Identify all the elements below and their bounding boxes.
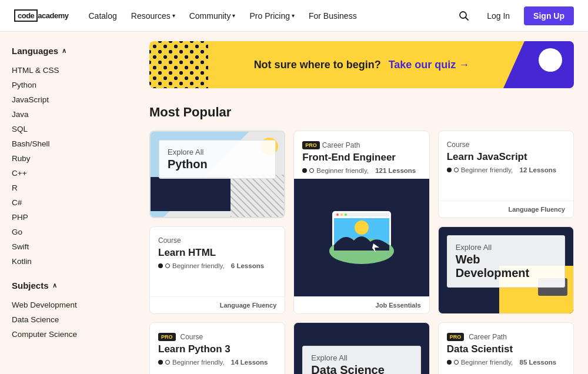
card-footer: Language Fluency xyxy=(150,296,285,313)
nav-community[interactable]: Community ▾ xyxy=(183,8,242,24)
search-button[interactable] xyxy=(455,7,473,25)
badge-type: Course xyxy=(158,236,181,245)
card-meta: Beginner friendly, 12 Lessons xyxy=(447,166,565,173)
banner-decoration xyxy=(149,41,208,88)
sidebar-item-cs[interactable]: Computer Science xyxy=(12,327,123,342)
svg-point-5 xyxy=(340,213,343,216)
card-meta: Beginner friendly, 85 Lessons xyxy=(447,359,565,366)
explore-title: Web Development xyxy=(456,253,556,280)
card-badge: Course xyxy=(158,236,181,245)
banner[interactable]: Not sure where to begin? Take our quiz → xyxy=(149,41,574,88)
explore-title: Python xyxy=(168,158,267,171)
sidebar-item-bash[interactable]: Bash/Shell xyxy=(12,136,123,151)
sidebar-item-r[interactable]: R xyxy=(12,181,123,195)
badge-type: Career Path xyxy=(322,141,360,149)
dot-icon xyxy=(302,168,307,173)
sidebar-item-php[interactable]: PHP xyxy=(12,210,123,225)
svg-line-1 xyxy=(466,17,469,20)
badge-type: Course xyxy=(181,333,203,341)
sidebar-item-python[interactable]: Python xyxy=(12,78,123,92)
chevron-icon: ▾ xyxy=(292,12,295,19)
chevron-icon: ▾ xyxy=(232,12,235,19)
banner-quiz-link[interactable]: Take our quiz → xyxy=(389,59,470,71)
login-button[interactable]: Log In xyxy=(480,8,517,24)
card-illustration xyxy=(294,179,429,296)
sidebar-item-go[interactable]: Go xyxy=(12,225,123,239)
card-title: Data Scientist xyxy=(447,343,565,355)
sidebar-item-csharp[interactable]: C# xyxy=(12,195,123,210)
pro-badge: PRO xyxy=(302,141,320,149)
search-icon xyxy=(459,11,469,21)
sidebar-item-html-css[interactable]: HTML & CSS xyxy=(12,63,123,78)
pro-badge: PRO xyxy=(447,333,465,341)
dot-icon xyxy=(158,360,163,365)
card-title: Learn JavaScript xyxy=(447,151,565,163)
moon-decoration xyxy=(539,48,562,72)
collapse-icon: ∧ xyxy=(62,47,66,55)
explore-label: Explore All xyxy=(168,148,267,156)
card-footer: Job Essentials xyxy=(294,296,429,313)
card-title: Learn Python 3 xyxy=(158,343,276,355)
sidebar-item-javascript[interactable]: JavaScript xyxy=(12,92,123,107)
sidebar-item-kotlin[interactable]: Kotlin xyxy=(12,254,123,269)
card-footer: Language Fluency xyxy=(439,201,573,218)
navbar: codeacademy Catalog Resources ▾ Communit… xyxy=(0,0,588,32)
logo-box: code xyxy=(14,9,38,22)
dot-empty-icon xyxy=(309,168,314,173)
card-meta: Beginner friendly, 6 Lessons xyxy=(158,262,276,269)
dot-icon xyxy=(158,263,163,268)
signup-button[interactable]: Sign Up xyxy=(524,6,574,25)
dot-icon xyxy=(447,168,452,172)
dot-empty-icon xyxy=(165,360,170,365)
nav-for-business[interactable]: For Business xyxy=(303,8,363,24)
svg-point-6 xyxy=(345,213,347,216)
nav-catalog[interactable]: Catalog xyxy=(83,8,123,24)
sidebar-item-ruby[interactable]: Ruby xyxy=(12,151,123,166)
card-badge: PRO Career Path xyxy=(447,333,507,341)
sidebar-item-cpp[interactable]: C++ xyxy=(12,166,123,181)
sidebar-item-swift[interactable]: Swift xyxy=(12,239,123,254)
nav-pro-pricing[interactable]: Pro Pricing ▾ xyxy=(243,8,300,24)
card-learn-javascript[interactable]: Course Learn JavaScript Beginner friendl… xyxy=(438,131,574,218)
card-badge: Course xyxy=(447,141,470,149)
svg-point-9 xyxy=(355,221,369,235)
explore-label: Explore All xyxy=(456,243,556,252)
card-explore-datascience[interactable]: Explore All Data Science xyxy=(293,322,429,374)
sidebar-item-datascience[interactable]: Data Science xyxy=(12,312,123,327)
nav-resources[interactable]: Resources ▾ xyxy=(125,8,181,24)
card-learn-python3[interactable]: PRO Course Learn Python 3 Beginner frien… xyxy=(149,322,285,374)
cards-grid: Explore All Python PRO Career Path Front… xyxy=(149,131,574,374)
chevron-icon: ▾ xyxy=(172,12,175,19)
sidebar: Languages ∧ HTML & CSS Python JavaScript… xyxy=(0,32,135,374)
section-title: Most Popular xyxy=(149,105,574,120)
dot-icon xyxy=(447,360,452,365)
logo[interactable]: codeacademy xyxy=(14,9,69,22)
pro-badge: PRO xyxy=(158,333,176,341)
card-explore-python[interactable]: Explore All Python xyxy=(149,131,285,218)
card-badge: PRO Career Path xyxy=(302,141,360,149)
card-title: Learn HTML xyxy=(158,247,276,259)
badge-type: Career Path xyxy=(469,333,507,341)
card-title: Front-End Engineer xyxy=(302,152,420,163)
main-content: Not sure where to begin? Take our quiz →… xyxy=(135,32,588,374)
nav-links: Catalog Resources ▾ Community ▾ Pro Pric… xyxy=(83,8,456,24)
explore-title: Data Science xyxy=(311,363,412,375)
subjects-section-title: Subjects ∧ xyxy=(12,280,123,290)
dot-empty-icon xyxy=(165,263,170,268)
dot-empty-icon xyxy=(454,168,459,172)
collapse-icon: ∧ xyxy=(52,282,57,289)
card-explore-webdev[interactable]: Explore All Web Development xyxy=(438,226,574,314)
banner-right-shape xyxy=(503,41,574,88)
card-meta: Beginner friendly, 121 Lessons xyxy=(302,167,420,174)
sidebar-item-webdev[interactable]: Web Development xyxy=(12,298,123,312)
sidebar-item-sql[interactable]: SQL xyxy=(12,122,123,136)
card-data-scientist[interactable]: PRO Career Path Data Scientist Beginner … xyxy=(438,322,574,374)
nav-actions: Log In Sign Up xyxy=(455,6,574,25)
sidebar-item-java[interactable]: Java xyxy=(12,107,123,122)
card-learn-html[interactable]: Course Learn HTML Beginner friendly, 6 L… xyxy=(149,226,285,314)
languages-section-title: Languages ∧ xyxy=(12,46,123,56)
card-meta: Beginner friendly, 14 Lessons xyxy=(158,359,276,366)
card-front-end-engineer[interactable]: PRO Career Path Front-End Engineer Begin… xyxy=(293,131,429,314)
dot-empty-icon xyxy=(454,360,459,365)
logo-rest: academy xyxy=(38,11,68,20)
